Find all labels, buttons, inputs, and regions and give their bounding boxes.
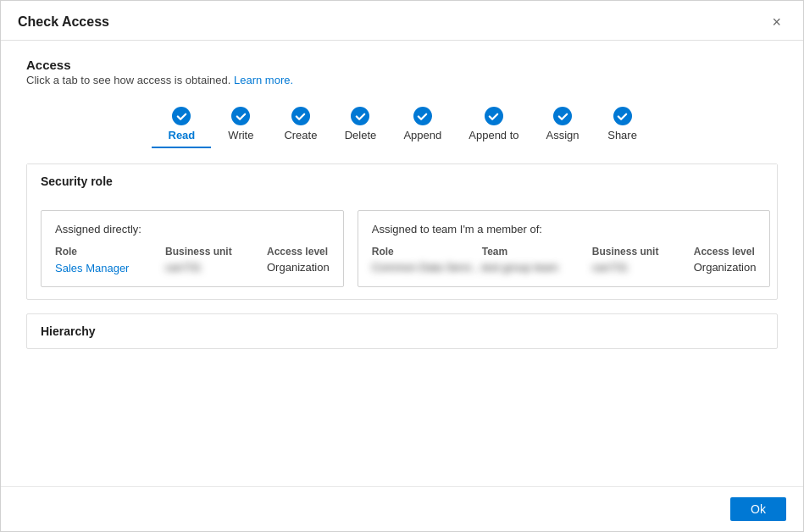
- tab-read-icon: [172, 107, 191, 125]
- learn-more-link[interactable]: Learn more.: [234, 74, 293, 86]
- col-header-role: Role: [55, 246, 165, 258]
- tab-assign[interactable]: Assign: [533, 102, 593, 148]
- tab-create[interactable]: Create: [270, 102, 330, 148]
- tab-append-to[interactable]: Append to: [455, 102, 532, 148]
- dialog-header: Check Access ×: [1, 1, 803, 41]
- hierarchy-header: Hierarchy: [27, 314, 777, 348]
- col-header-bu: Business unit: [165, 246, 267, 258]
- team-cell: test group team: [482, 261, 592, 274]
- tabs-row: Read Write Create Delete: [26, 102, 778, 148]
- tab-create-icon: [291, 107, 310, 125]
- access-description-text: Click a tab to see how access is obtaine…: [26, 74, 230, 86]
- table-row: Sales Manager can731 Organization: [55, 261, 330, 274]
- col-header-al2: Access level: [694, 246, 757, 258]
- business-unit-cell: can731: [165, 261, 267, 274]
- manager-link[interactable]: Manager: [83, 262, 130, 274]
- tab-append[interactable]: Append: [390, 102, 455, 148]
- tab-write-label: Write: [228, 129, 253, 141]
- security-role-section: Security role Assigned directly: Role Bu…: [26, 163, 778, 300]
- role-cell: Sales Manager: [55, 261, 165, 274]
- dialog-title: Check Access: [18, 14, 109, 30]
- assigned-directly-title: Assigned directly:: [55, 223, 330, 236]
- access-section: Access Click a tab to see how access is …: [26, 58, 778, 86]
- tab-share[interactable]: Share: [593, 102, 652, 148]
- assigned-team-card: Assigned to team I'm a member of: Role T…: [358, 210, 771, 287]
- close-button[interactable]: ×: [767, 13, 786, 31]
- col-header-bu2: Business unit: [592, 246, 694, 258]
- tab-share-icon: [613, 107, 632, 125]
- tab-write[interactable]: Write: [211, 102, 270, 148]
- dialog-footer: Ok: [1, 486, 803, 531]
- assigned-team-title: Assigned to team I'm a member of:: [372, 223, 757, 236]
- team-bu-cell: can731: [592, 261, 694, 274]
- hierarchy-section: Hierarchy: [26, 313, 778, 349]
- dialog-body: Access Click a tab to see how access is …: [1, 41, 803, 486]
- assigned-team-header: Role Team Business unit Access level: [372, 246, 757, 258]
- tab-delete-icon: [351, 107, 369, 125]
- tab-share-label: Share: [607, 129, 637, 141]
- check-access-dialog: Check Access × Access Click a tab to see…: [0, 0, 804, 532]
- security-role-header: Security role: [27, 164, 777, 198]
- tab-append-to-icon: [485, 107, 503, 125]
- assigned-directly-card: Assigned directly: Role Business unit Ac…: [41, 210, 344, 287]
- tab-append-to-label: Append to: [469, 129, 518, 141]
- tab-assign-icon: [553, 107, 572, 125]
- access-section-title: Access: [26, 58, 778, 72]
- tab-assign-label: Assign: [546, 129, 579, 141]
- col-header-al: Access level: [267, 246, 330, 258]
- tab-delete-label: Delete: [345, 129, 377, 141]
- access-level-cell: Organization: [267, 261, 330, 274]
- table-row: Common Data Servi... test group team can…: [372, 261, 757, 274]
- col-header-team: Team: [482, 246, 592, 258]
- team-al-cell: Organization: [694, 261, 757, 274]
- col-header-role2: Role: [372, 246, 482, 258]
- tab-read[interactable]: Read: [152, 102, 211, 148]
- sales-link[interactable]: Sales: [55, 262, 83, 274]
- tab-write-icon: [231, 107, 250, 125]
- tab-delete[interactable]: Delete: [330, 102, 390, 148]
- tab-create-label: Create: [284, 129, 317, 141]
- access-description: Click a tab to see how access is obtaine…: [26, 74, 778, 86]
- ok-button[interactable]: Ok: [730, 497, 786, 521]
- tab-read-label: Read: [169, 129, 196, 141]
- team-role-cell: Common Data Servi...: [372, 261, 482, 274]
- tab-append-label: Append: [403, 129, 441, 141]
- tab-append-icon: [413, 107, 432, 125]
- assigned-directly-header: Role Business unit Access level: [55, 246, 330, 258]
- security-role-body: Assigned directly: Role Business unit Ac…: [27, 198, 777, 299]
